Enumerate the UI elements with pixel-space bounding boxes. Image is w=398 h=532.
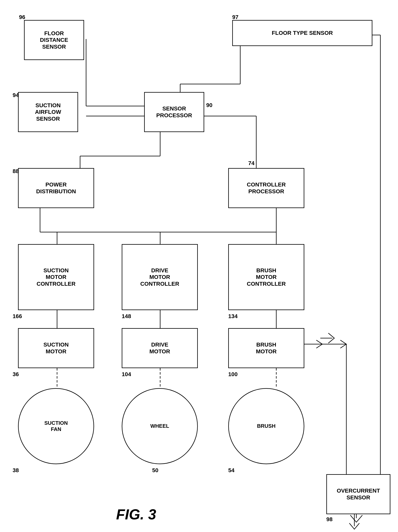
floor-distance-sensor-box: FLOORDISTANCESENSOR (24, 20, 84, 60)
suction-airflow-sensor-box: SUCTIONAIRFLOWSENSOR (18, 92, 78, 132)
suction-motor-box: SUCTIONMOTOR (18, 328, 94, 368)
controller-processor-box: CONTROLLERPROCESSOR (228, 168, 304, 208)
suction-motor-controller-box: SUCTIONMOTORCONTROLLER (18, 244, 94, 310)
ref-38: 38 (13, 467, 19, 474)
power-distribution-box: POWERDISTRIBUTION (18, 168, 94, 208)
overcurrent-arrow (344, 514, 364, 532)
wheel-circle: WHEEL (122, 388, 198, 464)
ref-50: 50 (152, 467, 158, 474)
ref-74: 74 (248, 160, 254, 166)
brush-motor-controller-box: BRUSHMOTORCONTROLLER (228, 244, 304, 310)
ref-148: 148 (122, 313, 131, 320)
brush-circle: BRUSH (228, 388, 304, 464)
drive-motor-controller-box: DRIVEMOTORCONTROLLER (122, 244, 198, 310)
sensor-processor-box: SENSORPROCESSOR (144, 92, 204, 132)
ref-100: 100 (228, 371, 238, 378)
ref-98: 98 (326, 516, 333, 523)
ref-90: 90 (206, 102, 212, 108)
ref-36: 36 (13, 371, 19, 378)
drive-motor-box: DRIVEMOTOR (122, 328, 198, 368)
brush-motor-box: BRUSHMOTOR (228, 328, 304, 368)
ref-97: 97 (232, 14, 238, 20)
diagram: 96 FLOORDISTANCESENSOR 97 FLOOR TYPE SEN… (0, 0, 398, 532)
brush-motor-right-arrow (304, 336, 328, 352)
suction-fan-circle: SUCTIONFAN (18, 388, 94, 464)
floor-type-sensor-box: FLOOR TYPE SENSOR (232, 20, 372, 46)
overcurrent-sensor-box: OVERCURRENTSENSOR (326, 474, 390, 514)
ref-54: 54 (228, 467, 234, 474)
ref-96: 96 (19, 14, 25, 20)
ref-104: 104 (122, 371, 131, 378)
figure-label: FIG. 3 (116, 506, 156, 523)
ref-134: 134 (228, 313, 238, 320)
ref-166: 166 (13, 313, 22, 320)
